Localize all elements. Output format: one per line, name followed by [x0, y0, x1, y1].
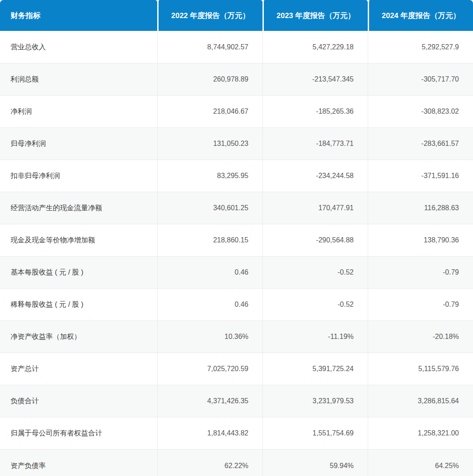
table-header: 财务指标 2022 年度报告（万元） 2023 年度报告（万元） 2024 年度…: [0, 0, 473, 31]
table-row: 基本每股收益 ( 元 / 股 )0.46-0.52-0.79: [0, 256, 473, 288]
table-row: 归母净利润131,050.23-184,773.71-283,661.57: [0, 127, 473, 160]
value-cell: 131,050.23: [157, 127, 262, 160]
value-cell: -283,661.57: [368, 127, 473, 160]
value-cell: 5,292,527.9: [368, 31, 473, 63]
value-cell: 0.46: [157, 288, 262, 320]
table-row: 利润总额260,978.89-213,547.345-305,717.70: [0, 63, 473, 95]
value-cell: 260,978.89: [157, 63, 262, 95]
indicator-label: 归母净利润: [0, 127, 157, 160]
financial-report-page: 财务指标 2022 年度报告（万元） 2023 年度报告（万元） 2024 年度…: [0, 0, 473, 476]
table-row: 现金及现金等价物净增加额218,860.15-290,564.88138,790…: [0, 224, 473, 256]
column-header-2023: 2023 年度报告（万元）: [262, 0, 368, 31]
header-row: 财务指标 2022 年度报告（万元） 2023 年度报告（万元） 2024 年度…: [0, 0, 473, 31]
column-header-indicator: 财务指标: [0, 0, 157, 31]
value-cell: 218,860.15: [157, 224, 262, 256]
value-cell: -371,591.16: [368, 160, 473, 192]
value-cell: -185,265.36: [262, 95, 368, 127]
value-cell: 10.36%: [157, 320, 262, 353]
column-header-2022: 2022 年度报告（万元）: [157, 0, 262, 31]
value-cell: 83,295.95: [157, 160, 262, 192]
value-cell: 3,286,815.64: [368, 385, 473, 417]
indicator-label: 净利润: [0, 95, 157, 127]
value-cell: 8,744,902.57: [157, 31, 262, 63]
indicator-label: 经营活动产生的现金流量净额: [0, 192, 157, 224]
value-cell: -213,547.345: [262, 63, 368, 95]
indicator-label: 负债合计: [0, 385, 157, 417]
value-cell: -308,823.02: [368, 95, 473, 127]
table-row: 净资产收益率（加权）10.36%-11.19%-20.18%: [0, 320, 473, 353]
value-cell: 1,258,321.00: [368, 417, 473, 449]
table-row: 资产负债率62.22%59.94%64.25%: [0, 449, 473, 476]
indicator-label: 归属于母公司所有者权益合计: [0, 417, 157, 449]
value-cell: 1,814,443.82: [157, 417, 262, 449]
indicator-label: 利润总额: [0, 63, 157, 95]
value-cell: 138,790.36: [368, 224, 473, 256]
indicator-label: 营业总收入: [0, 31, 157, 63]
value-cell: -290,564.88: [262, 224, 368, 256]
table-row: 经营活动产生的现金流量净额340,601.25170,477.91116,288…: [0, 192, 473, 224]
value-cell: 5,391,725.24: [262, 353, 368, 385]
indicator-label: 稀释每股收益 ( 元 / 股 ): [0, 288, 157, 320]
value-cell: 59.94%: [262, 449, 368, 476]
value-cell: -0.79: [368, 288, 473, 320]
value-cell: 4,371,426.35: [157, 385, 262, 417]
table-row: 资产总计7,025,720.595,391,725.245,115,579.76: [0, 353, 473, 385]
value-cell: 0.46: [157, 256, 262, 288]
indicator-label: 净资产收益率（加权）: [0, 320, 157, 353]
indicator-label: 扣非归母净利润: [0, 160, 157, 192]
value-cell: 7,025,720.59: [157, 353, 262, 385]
column-header-2024: 2024 年度报告（万元）: [368, 0, 473, 31]
value-cell: 218,046.67: [157, 95, 262, 127]
value-cell: 5,115,579.76: [368, 353, 473, 385]
value-cell: 64.25%: [368, 449, 473, 476]
value-cell: -20.18%: [368, 320, 473, 353]
value-cell: 170,477.91: [262, 192, 368, 224]
value-cell: -0.79: [368, 256, 473, 288]
table-row: 扣非归母净利润83,295.95-234,244.58-371,591.16: [0, 160, 473, 192]
financial-indicators-table: 财务指标 2022 年度报告（万元） 2023 年度报告（万元） 2024 年度…: [0, 0, 473, 476]
table-body: 营业总收入8,744,902.575,427,229.185,292,527.9…: [0, 31, 473, 476]
value-cell: 116,288.63: [368, 192, 473, 224]
value-cell: 3,231,979.53: [262, 385, 368, 417]
indicator-label: 现金及现金等价物净增加额: [0, 224, 157, 256]
indicator-label: 资产总计: [0, 353, 157, 385]
table-row: 稀释每股收益 ( 元 / 股 )0.46-0.52-0.79: [0, 288, 473, 320]
value-cell: -234,244.58: [262, 160, 368, 192]
value-cell: 62.22%: [157, 449, 262, 476]
table-row: 负债合计4,371,426.353,231,979.533,286,815.64: [0, 385, 473, 417]
value-cell: -11.19%: [262, 320, 368, 353]
value-cell: -0.52: [262, 256, 368, 288]
value-cell: -305,717.70: [368, 63, 473, 95]
value-cell: 340,601.25: [157, 192, 262, 224]
value-cell: -184,773.71: [262, 127, 368, 160]
table-row: 归属于母公司所有者权益合计1,814,443.821,551,754.691,2…: [0, 417, 473, 449]
value-cell: 5,427,229.18: [262, 31, 368, 63]
indicator-label: 资产负债率: [0, 449, 157, 476]
value-cell: -0.52: [262, 288, 368, 320]
table-row: 净利润218,046.67-185,265.36-308,823.02: [0, 95, 473, 127]
table-row: 营业总收入8,744,902.575,427,229.185,292,527.9: [0, 31, 473, 63]
indicator-label: 基本每股收益 ( 元 / 股 ): [0, 256, 157, 288]
value-cell: 1,551,754.69: [262, 417, 368, 449]
